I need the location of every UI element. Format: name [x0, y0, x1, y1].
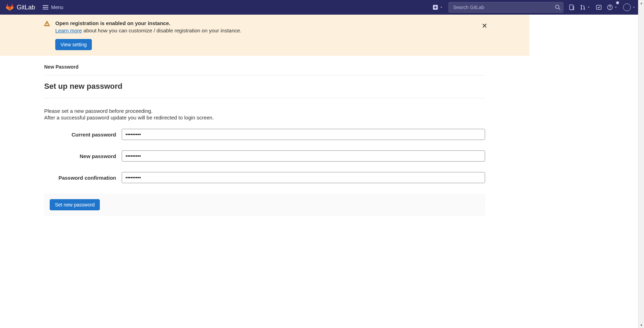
menu-button[interactable]: Menu — [43, 5, 63, 10]
chevron-down-icon — [632, 6, 636, 9]
svg-point-12 — [47, 25, 47, 25]
svg-point-7 — [581, 8, 582, 10]
create-new-dropdown[interactable] — [430, 0, 446, 15]
todo-icon — [596, 5, 602, 10]
breadcrumb: New Password — [44, 61, 485, 76]
page-title: Set up new password — [44, 76, 485, 98]
warning-icon — [44, 21, 50, 50]
search-icon — [555, 5, 561, 10]
svg-point-11 — [610, 8, 610, 9]
search-wrap — [449, 2, 563, 13]
svg-point-6 — [581, 5, 582, 6]
svg-point-4 — [556, 5, 559, 9]
svg-rect-2 — [43, 9, 48, 9]
gitlab-logo-icon — [6, 3, 14, 11]
merge-request-icon — [580, 5, 586, 10]
merge-requests-dropdown[interactable] — [577, 0, 593, 15]
alert-text-rest: about how you can customize / disable re… — [82, 28, 242, 33]
form-footer: Set new password — [44, 194, 485, 216]
search-input[interactable] — [449, 2, 563, 13]
svg-rect-5 — [570, 5, 573, 10]
help-dropdown[interactable] — [604, 0, 620, 15]
todos-link[interactable] — [593, 0, 604, 15]
intro-line-1: Please set a new password before proceed… — [44, 108, 485, 114]
issues-link[interactable] — [566, 0, 577, 15]
set-new-password-button[interactable]: Set new password — [50, 199, 100, 210]
chevron-down-icon — [587, 6, 590, 9]
alert-title: Open registration is enabled on your ins… — [55, 20, 485, 26]
question-circle-icon — [607, 5, 613, 10]
topbar: GitLab Menu — [0, 0, 644, 15]
new-password-field[interactable] — [122, 150, 485, 162]
confirm-password-label: Password confirmation — [44, 175, 122, 181]
intro-line-2: After a successful password update you w… — [44, 115, 485, 120]
chevron-down-icon — [614, 6, 618, 9]
page-container: New Password Set up new password Please … — [39, 56, 491, 230]
issues-icon — [569, 5, 574, 10]
svg-rect-0 — [43, 5, 48, 6]
confirm-password-row: Password confirmation — [44, 172, 485, 183]
menu-label: Menu — [51, 5, 63, 10]
registration-alert: ✕ Open registration is enabled on your i… — [0, 15, 529, 56]
svg-rect-1 — [43, 7, 48, 8]
new-password-row: New password — [44, 150, 485, 162]
current-password-row: Current password — [44, 129, 485, 140]
plus-square-icon — [433, 5, 438, 10]
user-avatar-icon — [623, 3, 631, 11]
confirm-password-field[interactable] — [122, 172, 485, 183]
chevron-down-icon — [440, 6, 443, 9]
alert-close-button[interactable]: ✕ — [479, 20, 490, 31]
current-password-field[interactable] — [122, 129, 485, 140]
new-password-label: New password — [44, 153, 122, 159]
learn-more-link[interactable]: Learn more — [55, 28, 82, 33]
hamburger-icon — [43, 5, 48, 10]
view-setting-button[interactable]: View setting — [55, 39, 92, 50]
brand-link[interactable]: GitLab — [6, 3, 35, 11]
vertical-scrollbar[interactable]: ▴ ▾ — [638, 0, 644, 230]
close-icon: ✕ — [482, 22, 488, 30]
current-password-label: Current password — [44, 132, 122, 138]
user-menu-dropdown[interactable] — [620, 0, 638, 15]
brand-name: GitLab — [17, 4, 35, 11]
alert-text: Learn more about how you can customize /… — [55, 28, 485, 33]
svg-point-8 — [583, 8, 585, 10]
scroll-up-arrow-icon[interactable]: ▴ — [638, 0, 644, 6]
